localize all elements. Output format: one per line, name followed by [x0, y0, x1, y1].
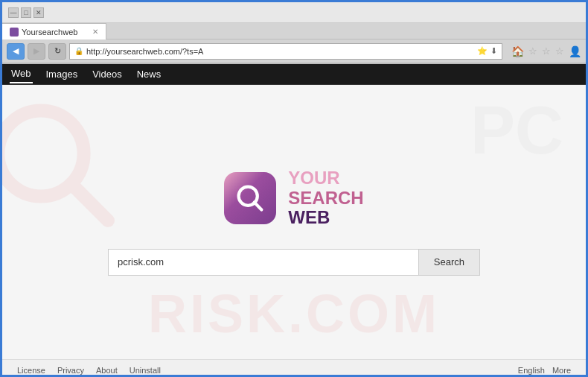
forward-button[interactable]: ▶ — [28, 43, 45, 60]
footer-right: English More — [518, 366, 571, 375]
title-bar-left: — □ ✕ — [8, 7, 44, 18]
footer: License Privacy About Uninstall English … — [2, 359, 586, 377]
lock-icon: 🔒 — [74, 47, 83, 55]
star-icon[interactable]: ☆ — [528, 45, 537, 57]
address-input-container[interactable]: 🔒 http://yoursearchweb.com/?ts=A ⭐ ⬇ — [69, 43, 502, 60]
tab-title: Yoursearchweb — [22, 28, 77, 37]
back-button[interactable]: ◀ — [7, 43, 25, 60]
star2-icon[interactable]: ☆ — [542, 45, 551, 57]
watermark-pc-text: PC — [470, 92, 563, 169]
main-content: RISK.COM PC YOUR SEARCH WEB Search — [2, 85, 586, 359]
search-button[interactable]: Search — [418, 249, 480, 276]
footer-privacy[interactable]: Privacy — [57, 366, 84, 375]
logo-search: SEARCH — [288, 188, 363, 208]
title-bar: — □ ✕ — [2, 2, 586, 23]
tab-bar: Yoursearchweb ✕ — [2, 23, 586, 39]
logo-icon — [224, 172, 276, 224]
close-button[interactable]: ✕ — [33, 7, 44, 18]
user-icon[interactable]: 👤 — [569, 45, 581, 57]
search-area: Search — [108, 249, 480, 276]
address-url: http://yoursearchweb.com/?ts=A — [86, 47, 477, 56]
footer-uninstall[interactable]: Uninstall — [130, 366, 161, 375]
bookmark-icon: ⭐ — [477, 46, 488, 56]
search-input[interactable] — [108, 249, 418, 276]
tab-close-button[interactable]: ✕ — [92, 28, 98, 36]
nav-item-videos[interactable]: Videos — [91, 66, 124, 83]
minimize-button[interactable]: — — [8, 7, 19, 18]
right-toolbar: 🏠 ☆ ☆ ☆ 👤 — [511, 45, 581, 57]
browser-toolbar: Web Images Videos News — [2, 64, 586, 85]
nav-item-images[interactable]: Images — [45, 66, 80, 83]
tab-favicon — [10, 28, 19, 37]
maximize-button[interactable]: □ — [21, 7, 31, 18]
active-tab[interactable]: Yoursearchweb ✕ — [2, 23, 106, 39]
address-bar: ◀ ▶ ↻ 🔒 http://yoursearchweb.com/?ts=A ⭐… — [2, 39, 586, 63]
logo-your: YOUR — [288, 168, 363, 188]
nav-item-web[interactable]: Web — [10, 65, 33, 83]
star3-icon[interactable]: ☆ — [555, 45, 564, 57]
watermark-magnifier — [2, 100, 121, 234]
nav-item-news[interactable]: News — [135, 66, 163, 83]
logo-area: YOUR SEARCH WEB — [224, 168, 363, 227]
logo-web: WEB — [288, 208, 363, 227]
address-icons: ⭐ ⬇ — [477, 46, 497, 56]
footer-english[interactable]: English — [518, 366, 545, 375]
refresh-button[interactable]: ↻ — [48, 43, 66, 60]
svg-line-1 — [71, 184, 108, 221]
download-icon: ⬇ — [490, 46, 497, 56]
footer-more[interactable]: More — [552, 366, 571, 375]
footer-about[interactable]: About — [96, 366, 118, 375]
watermark-risk-text: RISK.COM — [148, 283, 440, 344]
footer-license[interactable]: License — [17, 366, 45, 375]
footer-links: License Privacy About Uninstall — [17, 366, 161, 375]
svg-line-3 — [255, 203, 262, 210]
home-icon[interactable]: 🏠 — [511, 45, 524, 57]
logo-text: YOUR SEARCH WEB — [288, 168, 363, 227]
